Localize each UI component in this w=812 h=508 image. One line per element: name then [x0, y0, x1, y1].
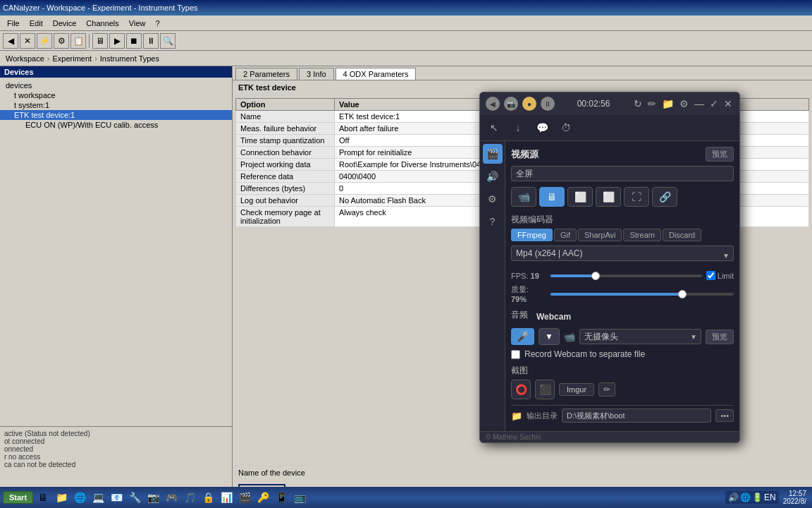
obs-quality-track[interactable] [550, 293, 734, 296]
taskbar-icon-app11[interactable]: 📱 [273, 489, 290, 506]
toolbar-btn-1[interactable]: ◀ [3, 33, 18, 49]
tab-info[interactable]: 3 Info [299, 68, 334, 80]
toolbar-btn-9[interactable]: ⏸ [143, 33, 159, 49]
obs-fps-thumb[interactable] [591, 272, 600, 280]
obs-side-audio[interactable]: 🔊 [483, 167, 503, 186]
toolbar-btn-5[interactable]: 📋 [70, 33, 86, 49]
obs-down-icon[interactable]: ↓ [508, 118, 528, 138]
tray-icon-3[interactable]: 🔋 [752, 492, 763, 502]
obs-tab-stream[interactable]: Stream [623, 229, 660, 241]
tray-icon-2[interactable]: 🌐 [740, 492, 751, 502]
taskbar-icon-browser[interactable]: 🌐 [71, 489, 88, 506]
taskbar-icon-app2[interactable]: 📧 [108, 489, 125, 506]
obs-pencil-button[interactable]: ✏ [598, 382, 615, 397]
obs-webcam-preview-btn[interactable]: 预览 [706, 329, 734, 344]
taskbar-icon-app4[interactable]: 📷 [144, 489, 161, 506]
breadcrumb-experiment[interactable]: Experiment [53, 54, 92, 63]
breadcrumb-instrument-types[interactable]: Instrument Types [100, 54, 159, 63]
obs-src-camera[interactable]: 📹 [511, 187, 536, 207]
tree-item-workspace[interactable]: t workspace [0, 90, 232, 100]
obs-src-window[interactable]: ⬜ [567, 187, 593, 207]
toolbar-btn-6[interactable]: 🖥 [92, 33, 108, 49]
obs-mic-button[interactable]: 🎤 [511, 328, 534, 345]
start-button[interactable]: Start [3, 491, 33, 504]
obs-refresh-icon[interactable]: ↻ [632, 98, 644, 109]
obs-src-region[interactable]: ⬜ [596, 187, 621, 207]
breadcrumb-workspace[interactable]: Workspace [6, 54, 44, 63]
menu-edit[interactable]: Edit [25, 18, 47, 29]
taskbar-icon-folder[interactable]: 📁 [53, 489, 70, 506]
taskbar-clock[interactable]: 12:57 2022/8/ [780, 490, 809, 505]
obs-edit-icon[interactable]: ✏ [646, 98, 658, 109]
obs-pause-btn[interactable]: ⏸ [541, 97, 555, 111]
taskbar-icon-app5[interactable]: 🎮 [163, 489, 180, 506]
tree-item-ecu[interactable]: ECU ON (WP)/With ECU calib. access [0, 120, 232, 130]
toolbar-btn-2[interactable]: ✕ [20, 33, 35, 49]
obs-quality-thumb[interactable] [678, 290, 687, 298]
obs-tb-controls: ↻ ✏ 📁 ⚙ — ✓ ✕ [632, 98, 734, 109]
toolbar-btn-10[interactable]: 🔍 [160, 33, 176, 49]
obs-folder-icon[interactable]: 📁 [660, 98, 675, 109]
obs-minimize-icon[interactable]: — [693, 98, 706, 109]
toolbar-btn-4[interactable]: ⚙ [54, 33, 69, 49]
obs-more-button[interactable]: ••• [715, 409, 734, 422]
taskbar-icon-app1[interactable]: 💻 [90, 489, 106, 506]
obs-close-icon[interactable]: ✕ [722, 98, 734, 109]
taskbar-icon-app6[interactable]: 🎵 [181, 489, 198, 506]
taskbar: Start 🖥 📁 🌐 💻 📧 🔧 📷 🎮 🎵 🔒 📊 🎬 🔑 📱 📺 🔊 🌐 … [0, 487, 812, 508]
taskbar-icon-app12[interactable]: 📺 [291, 489, 308, 506]
menu-file[interactable]: File [3, 18, 24, 29]
toolbar-btn-3[interactable]: ⚡ [37, 33, 52, 49]
obs-side-video[interactable]: 🎬 [483, 144, 503, 164]
obs-preview-button[interactable]: 预览 [706, 147, 734, 162]
obs-timer-icon[interactable]: ⏱ [556, 118, 576, 138]
taskbar-icon-computer[interactable]: 🖥 [35, 489, 51, 506]
menu-view[interactable]: View [125, 18, 150, 29]
obs-src-screen[interactable]: 🖥 [539, 187, 565, 207]
toolbar-btn-8[interactable]: ⏹ [126, 33, 142, 49]
taskbar-icon-app3[interactable]: 🔧 [126, 489, 143, 506]
obs-chat-icon[interactable]: 💬 [532, 118, 552, 138]
obs-src-fullscreen[interactable]: ⛶ [624, 187, 649, 207]
tab-odx[interactable]: 4 ODX Parameters [336, 68, 417, 80]
obs-back-btn[interactable]: ◀ [486, 97, 500, 111]
obs-tab-sharpavi[interactable]: SharpAvi [578, 229, 622, 241]
obs-ss-circle-btn[interactable]: ⭕ [511, 380, 531, 399]
obs-webcam-separate-checkbox[interactable] [511, 350, 520, 359]
obs-webcam-select[interactable]: 无摄像头 [579, 329, 701, 344]
tree-item-devices[interactable]: devices [0, 80, 232, 90]
obs-side-help[interactable]: ? [483, 212, 503, 231]
toolbar-btn-7[interactable]: ▶ [109, 33, 125, 49]
obs-record-btn[interactable]: ● [522, 97, 536, 111]
obs-imgur-button[interactable]: Imgur [559, 383, 594, 396]
obs-source-input[interactable] [511, 166, 734, 181]
menu-channels[interactable]: Channels [82, 18, 123, 29]
taskbar-icon-app10[interactable]: 🔑 [254, 489, 271, 506]
obs-tab-discard[interactable]: Discard [663, 229, 701, 241]
obs-mic-dropdown[interactable]: ▼ [539, 328, 560, 345]
tree-item-system[interactable]: t system:1 [0, 100, 232, 110]
taskbar-icon-app7[interactable]: 🔒 [199, 489, 216, 506]
obs-output-input[interactable] [562, 409, 711, 423]
obs-ss-stop-btn[interactable]: ⬛ [535, 380, 555, 399]
menu-help[interactable]: ? [151, 18, 164, 29]
obs-format-select[interactable]: Mp4 (x264 | AAC) [511, 246, 734, 261]
obs-cam-btn[interactable]: 📷 [504, 97, 518, 111]
obs-fps-track[interactable] [550, 274, 702, 277]
tree-item-etk[interactable]: ETK test device:1 [0, 110, 232, 120]
obs-sidebar: 🎬 🔊 ⚙ ? [480, 141, 505, 431]
tray-icon-4[interactable]: EN [764, 492, 776, 502]
obs-tab-ffmpeg[interactable]: FFmpeg [511, 229, 553, 241]
menu-device[interactable]: Device [49, 18, 81, 29]
taskbar-icon-app9[interactable]: 🎬 [236, 489, 253, 506]
obs-tab-gif[interactable]: Gif [554, 229, 577, 241]
taskbar-icon-app8[interactable]: 📊 [218, 489, 235, 506]
obs-src-link[interactable]: 🔗 [652, 187, 677, 207]
obs-cursor-icon[interactable]: ↖ [484, 118, 504, 138]
obs-side-settings2[interactable]: ⚙ [483, 189, 503, 209]
obs-limit-checkbox[interactable] [706, 271, 715, 280]
obs-check-icon[interactable]: ✓ [708, 98, 720, 109]
tray-icon-1[interactable]: 🔊 [728, 492, 739, 502]
obs-settings-icon[interactable]: ⚙ [678, 98, 690, 109]
tab-parameters[interactable]: 2 Parameters [235, 68, 297, 80]
